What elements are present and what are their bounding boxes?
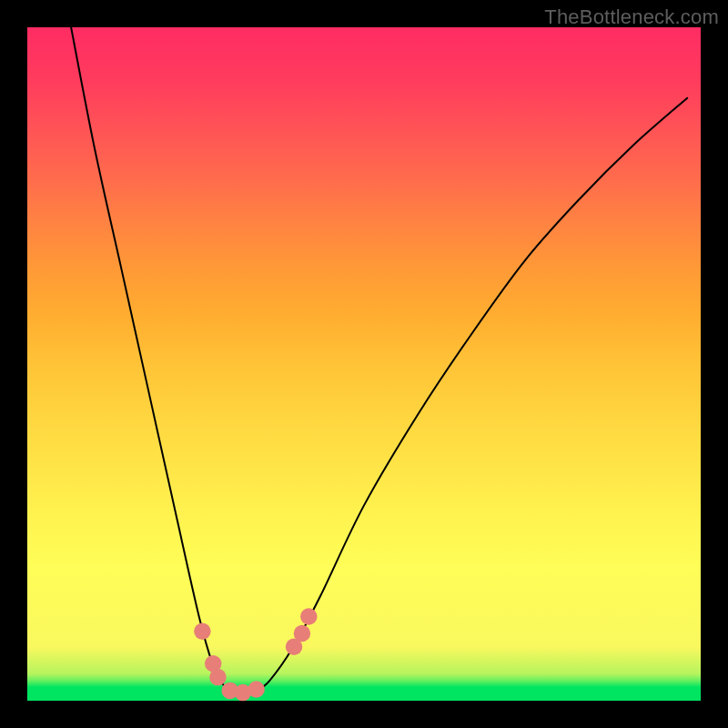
chart-frame: TheBottleneck.com [0, 0, 728, 728]
markers-group [194, 608, 317, 701]
data-marker [300, 608, 318, 625]
curve-svg [27, 27, 701, 701]
data-marker [248, 681, 265, 698]
data-marker [294, 625, 311, 642]
data-marker [209, 669, 227, 686]
plot-area [27, 27, 701, 701]
series-curve [71, 27, 687, 694]
data-marker [194, 623, 211, 641]
watermark-label: TheBottleneck.com [544, 5, 719, 29]
